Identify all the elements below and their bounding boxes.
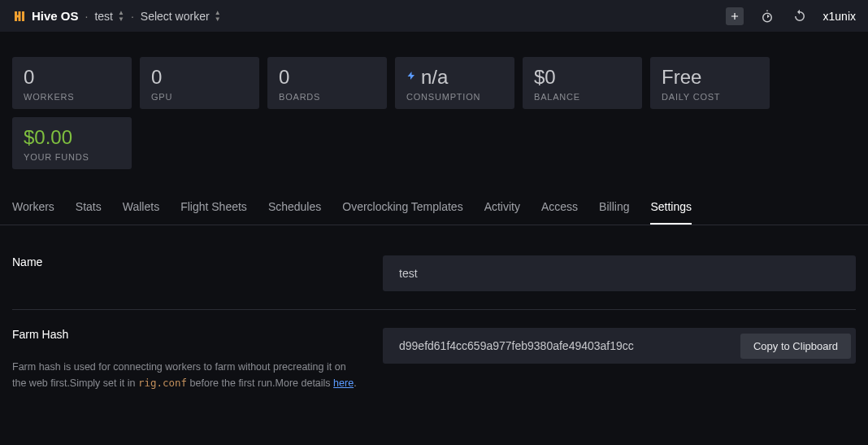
tab-overclocking-templates[interactable]: Overclocking Templates (342, 192, 462, 225)
desc-link-here[interactable]: here (333, 377, 354, 389)
stat-card-boards[interactable]: 0BOARDS (267, 57, 387, 109)
setting-hash-desc: Farm hash is used for connecting workers… (12, 359, 358, 391)
stat-card-gpu[interactable]: 0GPU (140, 57, 259, 109)
tab-settings[interactable]: Settings (650, 192, 692, 225)
stat-value-text: 0 (24, 66, 34, 89)
stat-card-your-funds[interactable]: $0.00YOUR FUNDS (12, 117, 132, 169)
stat-label: CONSUMPTION (406, 92, 503, 102)
setting-name-left: Name (12, 255, 383, 291)
bolt-icon (406, 68, 416, 86)
stat-value-text: $0 (534, 66, 556, 89)
stat-label: BALANCE (534, 92, 631, 102)
stat-label: WORKERS (24, 92, 120, 102)
stat-card-balance[interactable]: $0BALANCE (523, 57, 642, 109)
stat-label: DAILY COST (662, 92, 758, 102)
refresh-icon (792, 9, 807, 24)
tab-schedules[interactable]: Schedules (268, 192, 321, 225)
header: Hive OS · test ▲▼ · Select worker ▲▼ x1u… (0, 0, 868, 33)
stat-card-consumption[interactable]: n/aCONSUMPTION (395, 57, 514, 109)
desc-code: rig.conf (138, 377, 187, 389)
separator: · (85, 10, 89, 23)
stat-value: n/a (406, 66, 503, 89)
hash-value: d99efd61f4cc659a977feb9380afe49403af19cc (399, 339, 740, 352)
tabs: WorkersStatsWalletsFlight SheetsSchedule… (0, 192, 868, 225)
stat-label: GPU (151, 92, 248, 102)
stat-value: 0 (279, 66, 375, 89)
stopwatch-button[interactable] (758, 7, 776, 25)
stopwatch-icon (760, 9, 775, 24)
tab-wallets[interactable]: Wallets (123, 192, 159, 225)
separator: · (131, 10, 134, 23)
tab-access[interactable]: Access (541, 192, 578, 225)
stat-value-text: $0.00 (24, 126, 72, 150)
tab-activity[interactable]: Activity (484, 192, 520, 225)
name-input[interactable] (383, 255, 856, 291)
stat-value-text: 0 (151, 66, 162, 89)
stat-value: $0.00 (24, 126, 120, 150)
stat-value-text: Free (662, 66, 701, 89)
setting-hash-left: Farm Hash Farm hash is used for connecti… (12, 328, 383, 391)
tab-billing[interactable]: Billing (599, 192, 629, 225)
chevron-updown-icon: ▲▼ (215, 10, 221, 23)
tab-stats[interactable]: Stats (76, 192, 102, 225)
copy-button[interactable]: Copy to Clipboard (740, 334, 851, 359)
hive-logo-icon (12, 9, 27, 24)
stat-label: YOUR FUNDS (24, 152, 120, 162)
desc-text-post: . (354, 377, 356, 389)
add-button[interactable] (726, 7, 744, 25)
stat-value: 0 (151, 66, 248, 89)
hash-field: d99efd61f4cc659a977feb9380afe49403af19cc… (383, 328, 856, 364)
desc-text-mid: before the first run.More details (187, 377, 333, 389)
stat-value-text: n/a (421, 66, 448, 89)
tab-flight-sheets[interactable]: Flight Sheets (180, 192, 247, 225)
stats-grid: 0WORKERS0GPU0BOARDSn/aCONSUMPTION$0BALAN… (0, 33, 868, 192)
setting-hash-right: d99efd61f4cc659a977feb9380afe49403af19cc… (383, 328, 856, 391)
breadcrumb-worker[interactable]: Select worker ▲▼ (141, 10, 221, 23)
breadcrumb-farm-label: test (94, 10, 113, 23)
stat-value: Free (662, 66, 758, 89)
username[interactable]: x1unix (823, 10, 856, 23)
header-right: x1unix (726, 7, 856, 25)
brand-text: Hive OS (32, 9, 79, 23)
breadcrumb-worker-label: Select worker (141, 10, 210, 23)
breadcrumb-farm[interactable]: test ▲▼ (94, 10, 124, 23)
refresh-button[interactable] (791, 7, 809, 25)
logo[interactable]: Hive OS (12, 9, 79, 24)
settings-body: Name Farm Hash Farm hash is used for con… (0, 225, 868, 421)
stat-label: BOARDS (279, 92, 375, 102)
chevron-updown-icon: ▲▼ (118, 10, 124, 23)
setting-hash-label: Farm Hash (12, 328, 358, 341)
stat-card-daily-cost[interactable]: FreeDAILY COST (650, 57, 770, 109)
stat-value: $0 (534, 66, 631, 89)
stat-value: 0 (24, 66, 120, 89)
tab-workers[interactable]: Workers (12, 192, 54, 225)
setting-name-right (383, 255, 856, 291)
setting-hash-row: Farm Hash Farm hash is used for connecti… (12, 310, 856, 409)
stat-card-workers[interactable]: 0WORKERS (12, 57, 132, 109)
stat-value-text: 0 (279, 66, 289, 89)
setting-name-row: Name (12, 238, 856, 310)
plus-icon (729, 11, 740, 22)
setting-name-label: Name (12, 255, 358, 268)
